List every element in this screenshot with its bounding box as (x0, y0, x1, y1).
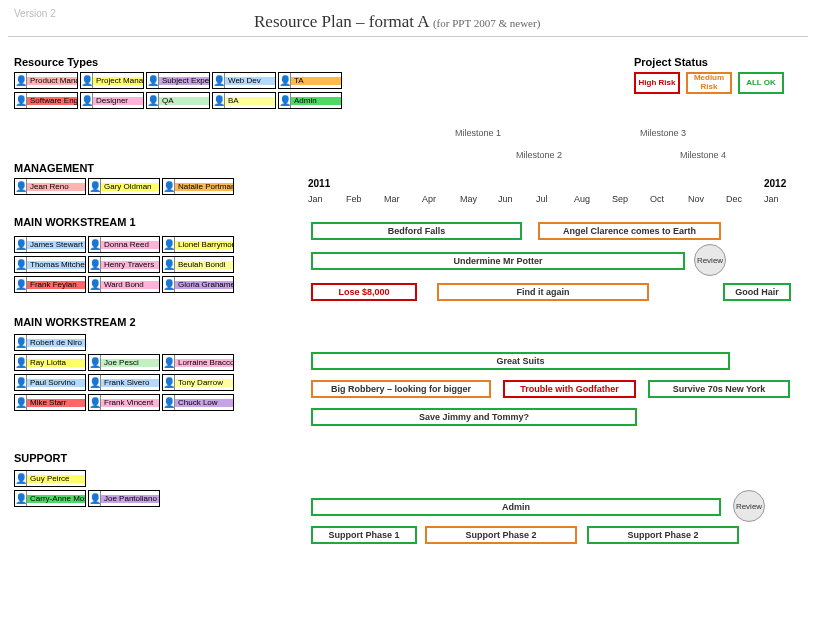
chip-label: Frank Sivero (101, 379, 159, 387)
timeline-bar: Lose $8,000 (311, 283, 417, 301)
timeline-bar: Support Phase 2 (587, 526, 739, 544)
ws2-title: MAIN WORKSTREAM 2 (14, 316, 136, 328)
version-label: Version 2 (14, 8, 56, 19)
chip-label: Gary Oldman (101, 183, 159, 191)
timeline-bar: Undermine Mr Potter (311, 252, 685, 270)
person-icon: 👤 (163, 179, 175, 194)
person-icon: 👤 (213, 93, 225, 108)
person-icon: 👤 (15, 237, 27, 252)
month-label: May (460, 194, 477, 204)
chip-label: Henry Travers (101, 261, 159, 269)
chip-label: James Stewart (27, 241, 85, 249)
resource-type-chip: 👤Web Dev (212, 72, 276, 89)
month-label: Jun (498, 194, 513, 204)
timeline-bar: Bedford Falls (311, 222, 522, 240)
person-icon: 👤 (15, 355, 27, 370)
chip-label: BA (225, 97, 275, 105)
chip-label: Admin (291, 97, 341, 105)
person-icon: 👤 (15, 73, 27, 88)
resource-type-chip: 👤QA (146, 92, 210, 109)
chip-label: Ray Liotta (27, 359, 85, 367)
person-icon: 👤 (15, 395, 27, 410)
chip-label: Frank Feylan (27, 281, 85, 289)
person-icon: 👤 (15, 335, 27, 350)
ws1-person: 👤Thomas Mitchell (14, 256, 86, 273)
person-icon: 👤 (89, 375, 101, 390)
resource-type-chip: 👤Admin (278, 92, 342, 109)
resource-type-chip: 👤Product Manager (14, 72, 78, 89)
ws2-person: 👤Tony Darrow (162, 374, 234, 391)
milestone-label: Milestone 1 (455, 128, 501, 138)
chip-label: Joe Pesci (101, 359, 159, 367)
ws1-person: 👤Lionel Barrymore (162, 236, 234, 253)
month-label: Mar (384, 194, 400, 204)
person-icon: 👤 (81, 73, 93, 88)
ws1-person: 👤Gloria Grahame (162, 276, 234, 293)
ws1-person: 👤James Stewart (14, 236, 86, 253)
timeline-bar: Survive 70s New York (648, 380, 790, 398)
chip-label: Web Dev (225, 77, 275, 85)
person-icon: 👤 (213, 73, 225, 88)
ws2-person: 👤Mike Starr (14, 394, 86, 411)
timeline-bar: Good Hair (723, 283, 791, 301)
title-main: Resource Plan – format A (254, 12, 429, 31)
year-start: 2011 (308, 178, 330, 189)
resource-type-chip: 👤TA (278, 72, 342, 89)
support-person: 👤Guy Peirce (14, 470, 86, 487)
ws1-person: 👤Beulah Bondi (162, 256, 234, 273)
person-icon: 👤 (163, 375, 175, 390)
month-label: Jul (536, 194, 548, 204)
timeline-bar: Find it again (437, 283, 649, 301)
month-label: Apr (422, 194, 436, 204)
timeline-bar: Support Phase 1 (311, 526, 417, 544)
ws1-person: 👤Henry Travers (88, 256, 160, 273)
month-label: Oct (650, 194, 664, 204)
chip-label: Software Engineer (27, 97, 77, 105)
month-label: Feb (346, 194, 362, 204)
person-icon: 👤 (163, 257, 175, 272)
chip-label: Jean Reno (27, 183, 85, 191)
management-title: MANAGEMENT (14, 162, 94, 174)
timeline-bar: Angel Clarence comes to Earth (538, 222, 721, 240)
year-end: 2012 (764, 178, 786, 189)
management-person: 👤Jean Reno (14, 178, 86, 195)
chip-label: Chuck Low (175, 399, 233, 407)
month-label: Jan (308, 194, 323, 204)
chip-label: Lorraine Bracco (175, 359, 233, 367)
ws1-person: 👤Frank Feylan (14, 276, 86, 293)
month-label: Nov (688, 194, 704, 204)
person-icon: 👤 (163, 237, 175, 252)
person-icon: 👤 (89, 395, 101, 410)
chip-label: Mike Starr (27, 399, 85, 407)
person-icon: 👤 (89, 179, 101, 194)
milestone-label: Milestone 3 (640, 128, 686, 138)
header-divider (8, 36, 808, 37)
person-icon: 👤 (15, 93, 27, 108)
person-icon: 👤 (89, 277, 101, 292)
person-icon: 👤 (279, 93, 291, 108)
ws2-person: 👤Lorraine Bracco (162, 354, 234, 371)
review-circle: Review (733, 490, 765, 522)
chip-label: Guy Peirce (27, 475, 85, 483)
chip-label: Carry-Anne Moss (27, 495, 85, 503)
support-person: 👤Carry-Anne Moss (14, 490, 86, 507)
ws1-title: MAIN WORKSTREAM 1 (14, 216, 136, 228)
resource-type-chip: 👤Software Engineer (14, 92, 78, 109)
person-icon: 👤 (89, 257, 101, 272)
person-icon: 👤 (163, 355, 175, 370)
timeline-bar: Great Suits (311, 352, 730, 370)
chip-label: TA (291, 77, 341, 85)
project-status-title: Project Status (634, 56, 708, 68)
chip-label: Joe Pantoliano (101, 495, 159, 503)
month-label: Aug (574, 194, 590, 204)
timeline-bar: Support Phase 2 (425, 526, 577, 544)
chip-label: Lionel Barrymore (175, 241, 233, 249)
resource-type-chip: 👤Designer (80, 92, 144, 109)
title-sub: (for PPT 2007 & newer) (433, 17, 540, 29)
chip-label: Beulah Bondi (175, 261, 233, 269)
support-person: 👤Joe Pantoliano (88, 490, 160, 507)
ws1-person: 👤Donna Reed (88, 236, 160, 253)
timeline-bar: Admin (311, 498, 721, 516)
chip-label: Designer (93, 97, 143, 105)
milestone-label: Milestone 2 (516, 150, 562, 160)
